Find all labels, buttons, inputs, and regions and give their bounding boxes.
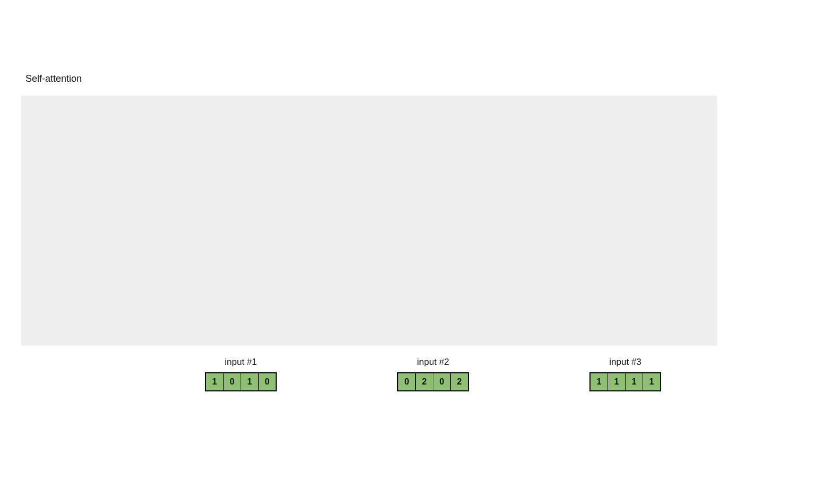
vector-cell: 1 <box>643 373 660 390</box>
input-vector: 0 2 0 2 <box>397 372 469 391</box>
vector-cell: 0 <box>224 373 241 390</box>
diagram-title: Self-attention <box>25 73 82 84</box>
input-vector: 1 0 1 0 <box>205 372 277 391</box>
input-group-3: input #3 1 1 1 1 <box>589 357 661 391</box>
vector-cell: 0 <box>259 373 276 390</box>
diagram-canvas <box>21 96 717 346</box>
vector-cell: 1 <box>241 373 259 390</box>
vector-cell: 2 <box>451 373 468 390</box>
input-group-1: input #1 1 0 1 0 <box>205 357 277 391</box>
input-label: input #1 <box>205 357 277 368</box>
input-group-2: input #2 0 2 0 2 <box>397 357 469 391</box>
input-vector: 1 1 1 1 <box>589 372 661 391</box>
input-label: input #2 <box>397 357 469 368</box>
vector-cell: 1 <box>206 373 224 390</box>
vector-cell: 1 <box>608 373 626 390</box>
input-label: input #3 <box>589 357 661 368</box>
vector-cell: 1 <box>591 373 608 390</box>
vector-cell: 2 <box>416 373 433 390</box>
vector-cell: 0 <box>433 373 451 390</box>
vector-cell: 0 <box>398 373 416 390</box>
vector-cell: 1 <box>626 373 643 390</box>
